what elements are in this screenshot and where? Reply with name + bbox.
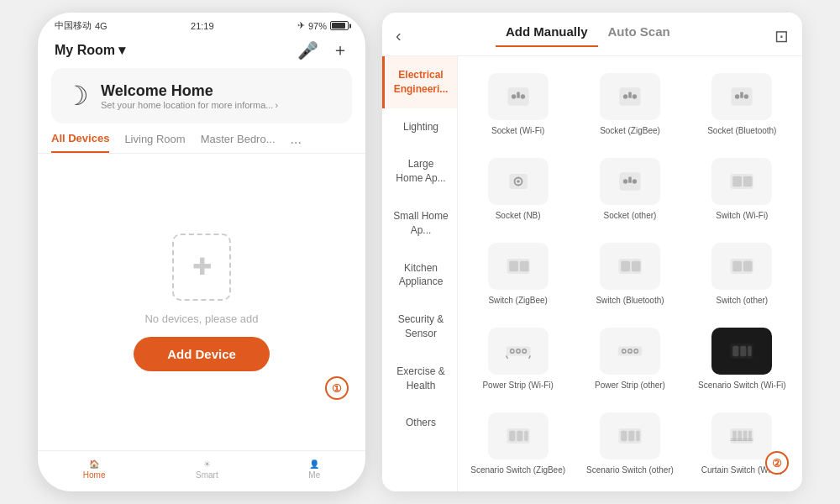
socket-nb-svg: [503, 166, 533, 197]
switch-wifi-icon-box: [711, 158, 772, 205]
status-right: ✈ 97%: [297, 20, 349, 31]
device-switch-zigbee[interactable]: Switch (ZigBee): [466, 236, 570, 312]
device-scenario-zigbee[interactable]: Scenario Switch (ZigBee): [466, 406, 570, 482]
nav-home[interactable]: 🏠 Home: [83, 459, 106, 480]
curtain-wifi-svg: [727, 421, 757, 451]
battery-text: 97%: [308, 21, 327, 31]
time-text: 21:19: [191, 21, 214, 31]
battery-fill: [332, 23, 345, 29]
empty-icon: ✚: [172, 234, 231, 301]
smart-icon: ☀: [203, 459, 211, 469]
device-switch-other[interactable]: Switch (other): [690, 236, 794, 312]
switch-bluetooth-icon-box: [600, 243, 660, 290]
switch-other-icon-box: [711, 243, 772, 290]
tab-all-devices[interactable]: All Devices: [51, 132, 109, 153]
svg-rect-56: [743, 431, 748, 442]
switch-zigbee-icon-box: [488, 243, 549, 290]
network-text: 4G: [95, 21, 108, 31]
add-device-button[interactable]: Add Device: [134, 337, 270, 371]
device-item-16[interactable]: Item 16: [466, 491, 570, 491]
chevron-down-icon: ▾: [118, 42, 125, 58]
device-socket-nb[interactable]: Socket (NB): [466, 151, 570, 228]
svg-rect-18: [628, 177, 632, 183]
svg-rect-29: [733, 261, 743, 272]
tab-living-room[interactable]: Living Room: [124, 133, 185, 152]
device-socket-other[interactable]: Socket (other): [578, 151, 681, 228]
device-item-17[interactable]: Item 17: [578, 491, 681, 491]
panel-badge: ②: [765, 451, 789, 475]
welcome-banner: ☽ Welcome Home Set your home location fo…: [51, 68, 352, 123]
tab-auto-scan[interactable]: Auto Scan: [598, 24, 680, 47]
device-socket-bluetooth[interactable]: Socket (Bluetooth): [690, 66, 794, 143]
svg-rect-57: [748, 431, 752, 442]
tab-add-manually[interactable]: Add Manually: [496, 24, 598, 47]
device-scenario-wifi[interactable]: Scenario Switch (Wi-Fi): [690, 321, 794, 397]
battery-icon: [330, 21, 349, 30]
nav-smart[interactable]: ☀ Smart: [196, 459, 218, 480]
top-nav: My Room ▾ 🎤 ＋: [38, 35, 365, 68]
more-tabs-icon[interactable]: ···: [291, 135, 302, 150]
empty-state: ✚ No devices, please add Add Device: [38, 154, 365, 450]
device-switch-wifi[interactable]: Switch (Wi-Fi): [690, 151, 794, 228]
add-icon[interactable]: ＋: [332, 39, 349, 61]
category-small-home[interactable]: Small Home Ap...: [382, 197, 457, 249]
svg-point-14: [517, 180, 520, 183]
category-lighting[interactable]: Lighting: [382, 108, 457, 146]
expand-icon[interactable]: ⊡: [774, 26, 789, 46]
device-socket-wifi[interactable]: Socket (Wi-Fi): [466, 66, 570, 143]
status-bar: 中国移动 4G 21:19 ✈ 97%: [38, 13, 365, 35]
svg-rect-52: [636, 431, 640, 442]
scenario-other-svg: [615, 421, 645, 451]
svg-point-10: [744, 94, 748, 98]
device-strip-wifi[interactable]: Power Strip (Wi-Fi): [466, 321, 570, 397]
device-strip-other[interactable]: Power Strip (other): [578, 321, 681, 397]
category-list: Electrical Engineeri... Lighting Large H…: [382, 56, 458, 491]
svg-rect-24: [519, 261, 528, 272]
category-kitchen[interactable]: Kitchen Appliance: [382, 249, 457, 302]
nav-icons: 🎤 ＋: [297, 39, 349, 61]
svg-rect-7: [628, 92, 632, 98]
svg-rect-44: [748, 346, 753, 357]
device-item-lamp[interactable]: Item 18: [690, 491, 794, 491]
socket-zigbee-svg: [615, 81, 645, 112]
device-scenario-other[interactable]: Scenario Switch (other): [578, 406, 681, 482]
nav-me[interactable]: 👤 Me: [308, 459, 320, 480]
svg-rect-54: [733, 431, 738, 442]
strip-wifi-icon-box: [488, 328, 549, 375]
room-selector[interactable]: My Room ▾: [55, 42, 125, 58]
switch-zigbee-label: Switch (ZigBee): [488, 295, 548, 306]
scenario-wifi-icon-box: [711, 328, 772, 375]
svg-point-16: [623, 179, 627, 183]
strip-other-label: Power Strip (other): [595, 380, 665, 391]
scenario-other-label: Scenario Switch (other): [586, 465, 674, 475]
welcome-subtitle: Set your home location for more informa.…: [101, 100, 278, 110]
socket-other-icon-box: [600, 158, 660, 205]
svg-point-1: [512, 94, 516, 98]
me-icon: 👤: [309, 459, 319, 469]
category-electrical[interactable]: Electrical Engineeri...: [382, 56, 457, 108]
socket-zigbee-icon-box: [600, 73, 660, 120]
category-others[interactable]: Others: [382, 404, 457, 442]
scenario-wifi-label: Scenario Switch (Wi-Fi): [698, 380, 785, 391]
mic-icon[interactable]: 🎤: [297, 40, 318, 60]
switch-other-label: Switch (other): [716, 295, 768, 306]
device-switch-bluetooth[interactable]: Switch (Bluetooth): [578, 236, 681, 312]
panel-body: Electrical Engineeri... Lighting Large H…: [382, 56, 802, 491]
svg-rect-50: [621, 431, 627, 442]
svg-rect-30: [743, 261, 753, 272]
category-security[interactable]: Security & Sensor: [382, 301, 457, 353]
back-button[interactable]: ‹: [396, 26, 402, 45]
welcome-title: Welcome Home: [101, 82, 278, 100]
status-left: 中国移动 4G: [55, 19, 108, 32]
panel-header: ‹ Add Manually Auto Scan ⊡: [382, 13, 802, 56]
category-exercise[interactable]: Exercise & Health: [382, 353, 457, 405]
category-large-home[interactable]: Large Home Ap...: [382, 145, 457, 197]
switch-wifi-svg: [727, 166, 757, 197]
tab-master-bedroom[interactable]: Master Bedro...: [201, 133, 276, 152]
switch-wifi-label: Switch (Wi-Fi): [716, 210, 768, 221]
nav-home-label: Home: [83, 470, 106, 480]
device-socket-zigbee[interactable]: Socket (ZigBee): [578, 66, 681, 143]
moon-icon: ☽: [65, 80, 89, 112]
svg-rect-11: [741, 92, 744, 98]
chevron-right-icon: ›: [275, 100, 278, 110]
